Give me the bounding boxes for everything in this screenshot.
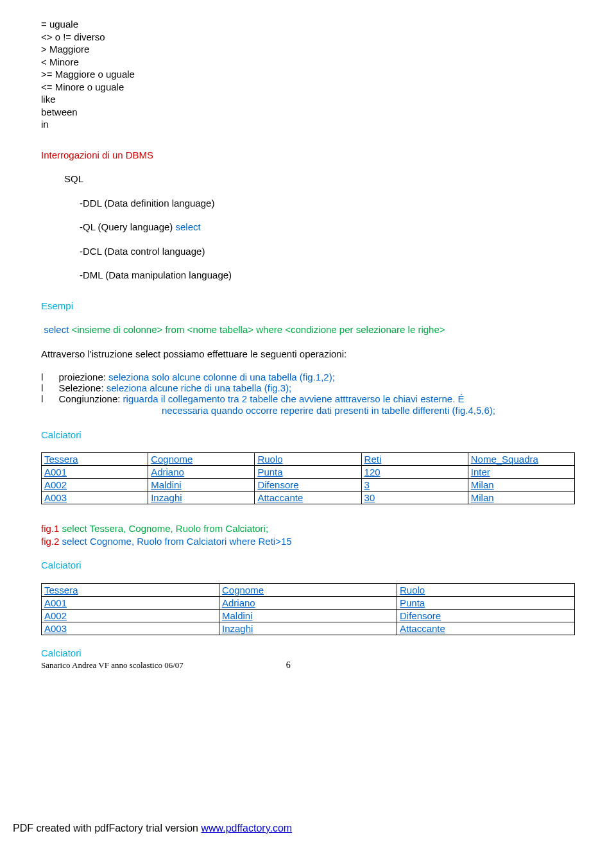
td: Adriano — [219, 596, 397, 609]
th-cognome: Cognome — [148, 453, 255, 466]
td: A001 — [42, 466, 148, 479]
ddl-line: -DDL (Data definition language) — [41, 197, 575, 210]
fig2-line: fig.2 select Cognome, Ruolo from Calciat… — [41, 535, 575, 548]
esempi-select-line: select <insieme di colonne> from <nome t… — [41, 323, 575, 336]
op-lt: < Minore — [41, 56, 575, 69]
li3-b: riguarda il collegamento tra 2 tabelle c… — [123, 393, 465, 404]
ql-line: -QL (Query language) select — [41, 221, 575, 234]
table-row: A001 Adriano Punta — [42, 596, 575, 609]
td: A003 — [42, 622, 219, 635]
td: Inter — [468, 466, 574, 479]
th-tessera: Tessera — [42, 583, 219, 596]
td: Attaccante — [255, 492, 361, 504]
sql-label: SQL — [41, 173, 575, 185]
li3-c: necessaria quando occorre reperire dati … — [41, 404, 575, 417]
td: 30 — [361, 492, 468, 504]
td: Adriano — [148, 466, 255, 479]
calciatori-label-3: Calciatori — [41, 647, 575, 660]
table-calciatori-full: Tessera Cognome Ruolo Reti Nome_Squadra … — [41, 452, 575, 504]
page-footer: Sanarico Andrea VF anno scolastico 06/07… — [41, 659, 575, 671]
td: Maldini — [148, 479, 255, 492]
th-ruolo: Ruolo — [397, 583, 575, 596]
dcl-line: -DCL (Data control language) — [41, 245, 575, 258]
page-number: 6 — [184, 660, 393, 671]
table-row: A003 Inzaghi Attaccante 30 Milan — [42, 492, 575, 504]
op-ge: >= Maggiore o uguale — [41, 68, 575, 81]
list-item: proiezione: seleziona solo alcune colonn… — [41, 372, 575, 382]
op-between: between — [41, 106, 575, 119]
td: Maldini — [219, 609, 397, 622]
th-tessera: Tessera — [42, 453, 148, 466]
li3-a: Congiunzione: — [59, 393, 123, 404]
td: Difensore — [397, 609, 575, 622]
td: Attaccante — [397, 622, 575, 635]
td: Punta — [255, 466, 361, 479]
table-row: A001 Adriano Punta 120 Inter — [42, 466, 575, 479]
dml-line: -DML (Data manipulation language) — [41, 269, 575, 282]
op-eq: = uguale — [41, 18, 575, 31]
fig2-pre: fig.2 — [41, 536, 59, 547]
pdf-link[interactable]: www.pdffactory.com — [201, 823, 292, 834]
pdf-pre: PDF created with pdfFactory trial versio… — [13, 823, 201, 834]
fig2-body: select Cognome, Ruolo from Calciatori wh… — [59, 536, 291, 547]
op-like: like — [41, 93, 575, 106]
calciatori-label-2: Calciatori — [41, 559, 575, 572]
list-item: Congiunzione: riguarda il collegamento t… — [41, 393, 575, 404]
table-row: Tessera Cognome Ruolo Reti Nome_Squadra — [42, 453, 575, 466]
td: 120 — [361, 466, 468, 479]
pdf-factory-footer: PDF created with pdfFactory trial versio… — [0, 815, 616, 842]
table-row: A002 Maldini Difensore 3 Milan — [42, 479, 575, 492]
ql-pre: -QL (Query language) — [80, 221, 176, 232]
td: 3 — [361, 479, 468, 492]
table-row: A003 Inzaghi Attaccante — [42, 622, 575, 635]
td: Milan — [468, 492, 574, 504]
esempi-list: proiezione: seleziona solo alcune colonn… — [41, 372, 575, 404]
op-ne: <> o != diverso — [41, 31, 575, 44]
td: A002 — [42, 479, 148, 492]
op-in: in — [41, 118, 575, 131]
table-row: A002 Maldini Difensore — [42, 609, 575, 622]
op-gt: > Maggiore — [41, 43, 575, 56]
esempi-select-body: <insieme di colonne> from <nome tabella>… — [69, 324, 445, 335]
esempi-title: Esempi — [41, 300, 575, 312]
td: Milan — [468, 479, 574, 492]
calciatori-label-1: Calciatori — [41, 429, 575, 441]
li2-a: Selezione: — [59, 382, 107, 393]
li2-b: seleziona alcune riche di una tabella (f… — [107, 382, 292, 393]
op-le: <= Minore o uguale — [41, 81, 575, 94]
fig1-line: fig.1 select Tessera, Cognome, Ruolo fro… — [41, 522, 575, 535]
esempi-select-keyword: select — [44, 324, 69, 335]
th-squadra: Nome_Squadra — [468, 453, 574, 466]
section-title-dbms: Interrogazioni di un DBMS — [41, 149, 575, 162]
fig1-body: select Tessera, Cognome, Ruolo from Calc… — [59, 523, 268, 534]
td: Inzaghi — [148, 492, 255, 504]
li1-b: seleziona solo alcune colonne di una tab… — [108, 372, 335, 382]
th-ruolo: Ruolo — [255, 453, 361, 466]
list-item: Selezione: seleziona alcune riche di una… — [41, 382, 575, 393]
esempi-intro: Attraverso l'istruzione select possiamo … — [41, 348, 575, 361]
author-line: Sanarico Andrea VF anno scolastico 06/07 — [41, 660, 184, 671]
td: A002 — [42, 609, 219, 622]
th-cognome: Cognome — [219, 583, 397, 596]
td: Difensore — [255, 479, 361, 492]
table-row: Tessera Cognome Ruolo — [42, 583, 575, 596]
ql-select: select — [176, 221, 201, 232]
td: Inzaghi — [219, 622, 397, 635]
fig1-pre: fig.1 — [41, 523, 59, 534]
td: Punta — [397, 596, 575, 609]
th-reti: Reti — [361, 453, 468, 466]
td: A001 — [42, 596, 219, 609]
td: A003 — [42, 492, 148, 504]
li1-a: proiezione: — [59, 372, 109, 382]
table-calciatori-short: Tessera Cognome Ruolo A001 Adriano Punta… — [41, 583, 575, 635]
